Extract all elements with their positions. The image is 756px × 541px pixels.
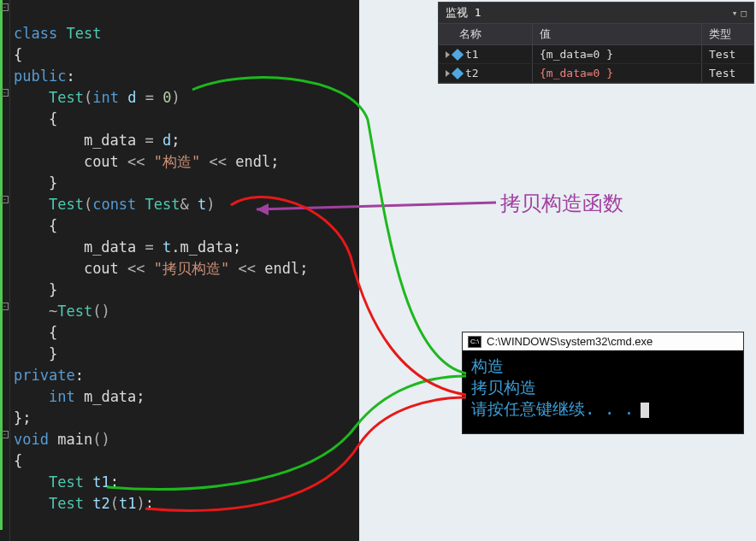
variable-icon [452, 67, 464, 79]
cmd-body: 构造 拷贝构造 请按任意键继续. . . [463, 350, 743, 433]
watch-var-value: {m_data=0 } [533, 45, 702, 63]
line-17: private: [14, 367, 84, 384]
watch-title-bar[interactable]: 监视 1 ▾ □ [439, 3, 753, 23]
gutter: - - - - - [0, 0, 10, 541]
line-15: { [14, 324, 57, 341]
cursor-icon [641, 403, 649, 418]
line-1: class Test [14, 25, 101, 42]
line-2: { [14, 46, 22, 63]
watch-header-value[interactable]: 值 [533, 24, 702, 44]
watch-header-row: 名称 值 类型 [439, 23, 753, 45]
watch-panel[interactable]: 监视 1 ▾ □ 名称 值 类型 t1 {m_data=0 } Test t2 … [438, 2, 754, 84]
line-19: }; [14, 409, 32, 426]
watch-var-type: Test [702, 64, 753, 82]
code-editor[interactable]: - - - - - class Test { public: Test(int … [0, 0, 359, 541]
line-10: { [14, 217, 57, 234]
fold-main[interactable]: - [1, 431, 9, 438]
fold-class[interactable]: - [1, 3, 9, 11]
cmd-titlebar[interactable]: C:\ C:\WINDOWS\system32\cmd.exe [463, 332, 743, 350]
watch-header-name[interactable]: 名称 [439, 24, 533, 44]
expand-icon[interactable] [446, 70, 450, 77]
cmd-line: 构造 [471, 356, 735, 377]
line-20: void main() [14, 431, 110, 448]
cmd-line: 请按任意键继续. . . [471, 398, 735, 420]
watch-row-t2[interactable]: t2 {m_data=0 } Test [439, 64, 753, 83]
line-3: public: [14, 68, 75, 85]
watch-controls: ▾ □ [732, 8, 747, 19]
watch-title-text: 监视 1 [446, 5, 481, 21]
code-area[interactable]: class Test { public: Test(int d = 0) { m… [10, 0, 359, 541]
line-11: m_data = t.m_data; [14, 238, 241, 256]
annotation-label: 拷贝构造函数 [500, 190, 623, 217]
dropdown-icon[interactable]: ▾ [732, 8, 738, 19]
expand-icon[interactable] [446, 51, 450, 58]
line-4: Test(int d = 0) [14, 89, 180, 106]
watch-var-type: Test [702, 45, 753, 63]
fold-ctor1[interactable]: - [1, 89, 9, 97]
cmd-title-text: C:\WINDOWS\system32\cmd.exe [487, 335, 653, 348]
change-bar [0, 0, 3, 530]
fold-dtor[interactable]: - [1, 303, 9, 310]
watch-header-type[interactable]: 类型 [702, 24, 753, 44]
fold-ctor2[interactable]: - [1, 196, 9, 203]
variable-icon [452, 48, 464, 60]
line-14: ~Test() [14, 303, 110, 320]
line-13: } [14, 281, 57, 298]
line-16: } [14, 345, 57, 362]
line-18: int m_data; [14, 388, 145, 405]
line-5: { [14, 110, 57, 127]
watch-row-t1[interactable]: t1 {m_data=0 } Test [439, 45, 753, 64]
line-9: Test(const Test& t) [14, 196, 216, 213]
maximize-icon[interactable]: □ [741, 8, 747, 19]
line-8: } [14, 174, 57, 191]
cmd-icon: C:\ [468, 336, 481, 348]
line-23: Test t2(t1); [14, 495, 154, 512]
cmd-line: 拷贝构造 [471, 377, 735, 398]
watch-var-name: t2 [465, 67, 479, 79]
line-22: Test t1; [14, 473, 119, 491]
line-6: m_data = d; [14, 132, 180, 149]
cmd-window[interactable]: C:\ C:\WINDOWS\system32\cmd.exe 构造 拷贝构造 … [462, 332, 744, 434]
line-21: { [14, 452, 22, 469]
watch-var-value: {m_data=0 } [533, 64, 702, 82]
watch-var-name: t1 [465, 48, 479, 61]
line-7: cout << "构造" << endl; [14, 153, 280, 170]
line-12: cout << "拷贝构造" << endl; [14, 260, 309, 277]
